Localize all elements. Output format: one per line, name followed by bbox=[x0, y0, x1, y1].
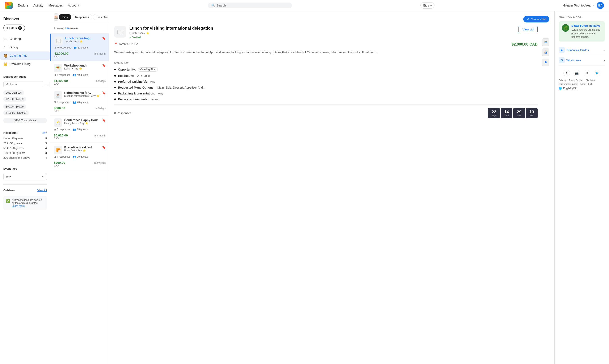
nav-messages[interactable]: Messages bbox=[48, 4, 63, 7]
detail-icon: 🍽️ bbox=[114, 26, 126, 38]
footer-terms[interactable]: Terms Of Use bbox=[569, 79, 583, 81]
headcount-row-3[interactable]: 100 to 200 guests 3 bbox=[0, 151, 50, 155]
budget-range: — bbox=[0, 79, 50, 89]
twitter-icon[interactable]: 🐦 bbox=[594, 70, 600, 77]
listing-timing: in 2 weeks bbox=[94, 161, 106, 164]
sidebar-item-premium-dining[interactable]: 👑 Premium Dining bbox=[0, 60, 50, 68]
filter-button[interactable]: ≡ Filters 0 bbox=[3, 25, 25, 31]
view-all-link[interactable]: View All bbox=[37, 189, 47, 192]
sidebar-item-catering-plus[interactable]: 🥘 Catering Plus bbox=[0, 52, 50, 60]
tab-bids[interactable]: Bids bbox=[59, 14, 71, 20]
location-text: Greater Toronto Area bbox=[563, 4, 590, 7]
event-type-section: Any bbox=[0, 171, 50, 182]
email-action-button[interactable]: ✉ bbox=[542, 39, 549, 46]
budget-chip-0[interactable]: Less than $25 bbox=[3, 90, 24, 95]
guarantee-box: ✅ All transactions are backed by the And… bbox=[3, 196, 47, 210]
bfi-title[interactable]: Better Future Initiative bbox=[571, 24, 602, 27]
headcount-row-0[interactable]: Under 25 guests 5 bbox=[0, 136, 50, 141]
nav-right: Greater Toronto Area BA bbox=[563, 2, 604, 9]
create-bid-button[interactable]: ⊕ Create a bid bbox=[523, 16, 549, 23]
search-bar[interactable]: 🔍 bbox=[208, 2, 292, 8]
sidebar-item-dining[interactable]: 🍴 Dining bbox=[0, 43, 50, 52]
listing-timing: in a month bbox=[94, 134, 106, 137]
view-bid-button[interactable]: View bid bbox=[518, 26, 538, 33]
home-button[interactable]: 🏠 bbox=[54, 13, 58, 21]
footer-disclaimer[interactable]: Disclaimer bbox=[585, 79, 596, 81]
bookmark-icon[interactable]: 🔖 bbox=[102, 37, 106, 40]
nav-explore[interactable]: Explore bbox=[18, 4, 28, 7]
language-row[interactable]: 🌐 English (CA) bbox=[559, 87, 605, 90]
whats-new-label: What's New bbox=[566, 59, 581, 62]
nav-account[interactable]: Account bbox=[68, 4, 79, 7]
listing-icon: 🥐 bbox=[54, 146, 62, 154]
bookmark-icon[interactable]: 🔖 bbox=[102, 64, 106, 67]
bookmark-icon[interactable]: 🔖 bbox=[102, 91, 106, 94]
listing-card[interactable]: ☕ Refreshments for... Meeting refreshmen… bbox=[50, 88, 109, 116]
linkedin-icon[interactable]: in bbox=[583, 70, 590, 77]
bookmark-icon[interactable]: 🔖 bbox=[102, 146, 106, 149]
listing-price: $900.00 bbox=[54, 161, 65, 164]
sidebar-item-catering[interactable]: 🍽️ Catering bbox=[0, 35, 50, 43]
print-action-button[interactable]: 🖨 bbox=[542, 49, 549, 56]
sidebar: Discover ≡ Filters 0 🍽️ Catering 🍴 Dinin… bbox=[0, 11, 50, 364]
facebook-icon[interactable]: f bbox=[563, 70, 570, 77]
location-icon: 📍 bbox=[114, 42, 118, 46]
listing-card[interactable]: 🥗 Workshop lunch Lunch • Any ⭐ 🔖 bbox=[50, 61, 109, 88]
learn-more-link[interactable]: Learn more bbox=[12, 205, 25, 208]
sidebar-divider-2 bbox=[3, 127, 47, 127]
filter-row: ≡ Filters 0 bbox=[0, 25, 50, 35]
listing-info: Conference Happy Hour Happy hour • Any ⭐ bbox=[64, 118, 100, 125]
listing-timing: in 9 days bbox=[95, 79, 106, 82]
budget-min-input[interactable] bbox=[3, 81, 43, 87]
budget-chip-1[interactable]: $25.00 - $49.99 bbox=[3, 97, 26, 102]
premium-dining-icon: 👑 bbox=[3, 62, 8, 66]
footer-support[interactable]: Customer Support bbox=[559, 83, 578, 85]
listing-price: $1,400.00 bbox=[54, 79, 68, 82]
budget-chip-3[interactable]: $100.00 - $199.99 bbox=[3, 110, 29, 116]
budget-chip-2[interactable]: $50.00 - $99.99 bbox=[3, 104, 26, 109]
footer-about[interactable]: About Pluck bbox=[580, 83, 592, 85]
detail-title: Lunch for visiting international delegat… bbox=[129, 26, 515, 31]
search-input[interactable] bbox=[216, 4, 289, 7]
listing-card[interactable]: 🥐 Executive breakfast... Breakfast • Any… bbox=[50, 143, 109, 170]
sidebar-divider bbox=[3, 71, 47, 71]
listing-card[interactable]: 🥂 Conference Happy Hour Happy hour • Any… bbox=[50, 116, 109, 143]
helpful-link-whats-new[interactable]: ⚙ What's New › bbox=[559, 55, 605, 65]
budget-label: Budget per guest bbox=[0, 74, 50, 79]
nav-activity[interactable]: Activity bbox=[33, 4, 43, 7]
avatar[interactable]: BA bbox=[597, 2, 604, 9]
budget-chip-full[interactable]: $200.00 and above bbox=[3, 118, 47, 123]
headcount-row-2[interactable]: 50 to 100 guests 4 bbox=[0, 146, 50, 151]
listing-meta: ⊞ 5 responses 👥 40 guests bbox=[54, 74, 106, 77]
event-type-select[interactable]: Any bbox=[3, 173, 47, 180]
bids-dropdown[interactable]: Bids ▾ bbox=[420, 2, 434, 9]
tab-collections[interactable]: Collections bbox=[93, 14, 109, 20]
footer-privacy[interactable]: Privacy bbox=[559, 79, 566, 81]
sidebar-divider-4 bbox=[3, 184, 47, 184]
app-logo[interactable] bbox=[5, 2, 13, 9]
headcount-row-4[interactable]: 200 guests and above 4 bbox=[0, 155, 50, 160]
instagram-icon[interactable]: 📷 bbox=[573, 70, 580, 77]
price-display: $2,000.00 CAD bbox=[512, 42, 538, 47]
listing-title: Conference Happy Hour bbox=[64, 118, 100, 122]
detail-actions: View bid bbox=[518, 26, 538, 33]
helpful-link-tutorials[interactable]: ▶ Tutorials & Guides › bbox=[559, 45, 605, 55]
overview-row-menu: Requested Menu Options: Main, Side, Dess… bbox=[114, 86, 538, 89]
sidebar-item-label: Catering bbox=[10, 37, 21, 40]
bookmark-icon[interactable]: 🔖 bbox=[102, 118, 106, 122]
countdown: 22 days 14 hours 29 min bbox=[488, 108, 538, 118]
flag-action-button[interactable]: ⚑ bbox=[542, 59, 549, 66]
overview-key: Opportunity: bbox=[118, 68, 136, 71]
bfi-content: Better Future Initiative Learn how we ar… bbox=[571, 24, 602, 39]
guests-icon: 👥 bbox=[74, 46, 77, 49]
listing-currency: CAD bbox=[54, 110, 65, 112]
catering-icon: 🍽️ bbox=[3, 37, 8, 41]
headcount-row-1[interactable]: 25 to 50 guests 5 bbox=[0, 141, 50, 146]
listing-card[interactable]: 🍽️ Lunch for visiting... Lunch • Any ⭐ 🔖 bbox=[50, 34, 109, 61]
headcount-any[interactable]: Any bbox=[42, 131, 47, 134]
guarantee-text: All transactions are backed by the Andie… bbox=[12, 199, 44, 208]
headcount-count: 5 bbox=[45, 137, 47, 140]
overview-val: Main, Side, Dessert, Appetizer And... bbox=[157, 86, 205, 89]
headcount-option-label: Under 25 guests bbox=[3, 137, 23, 140]
tab-responses[interactable]: Responses bbox=[72, 14, 93, 20]
